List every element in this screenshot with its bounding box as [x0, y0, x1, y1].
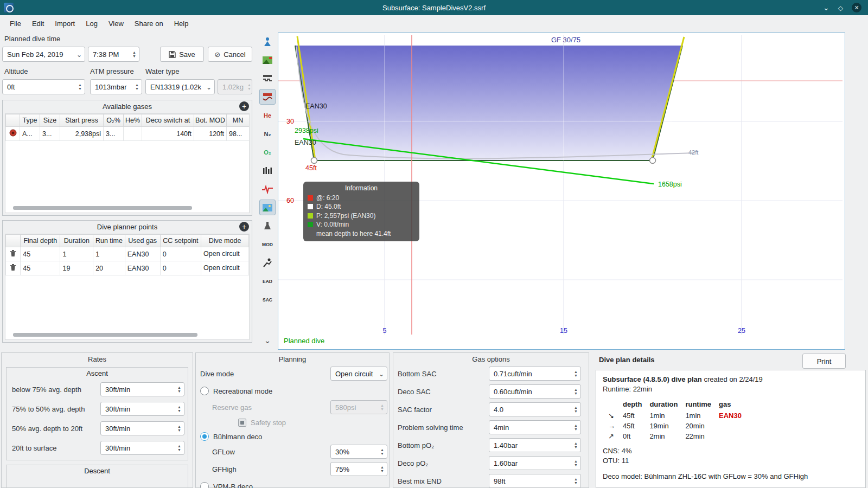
dive-mode-select[interactable]: Open circuit: [330, 367, 387, 381]
menu-file[interactable]: File: [4, 17, 27, 30]
dive-point-handle[interactable]: [650, 158, 656, 164]
tissues-icon[interactable]: [259, 163, 276, 178]
point-setpoint-cell[interactable]: 0: [160, 247, 201, 261]
menu-view[interactable]: View: [103, 17, 129, 30]
ascent-rate-1-spinner[interactable]: 30ft/min: [100, 382, 184, 396]
menu-log[interactable]: Log: [80, 17, 103, 30]
dive-profile-chart[interactable]: GF 30/75 EAN30 2938psi EAN30 45ft 1658ps…: [278, 33, 845, 350]
sac-factor-spinner[interactable]: 4.0: [489, 402, 581, 416]
ascent-rate-4-spinner[interactable]: 30ft/min: [100, 441, 184, 455]
save-button[interactable]: Save: [160, 47, 204, 62]
point-runtime-cell[interactable]: 1: [93, 247, 125, 261]
add-gas-button[interactable]: [239, 101, 249, 111]
turn-icon[interactable]: [259, 255, 276, 271]
point-depth-cell[interactable]: 45: [21, 261, 60, 275]
deco-sac-spinner[interactable]: 0.60cuft/min: [489, 384, 581, 399]
menu-help[interactable]: Help: [169, 17, 194, 30]
point-gas-cell[interactable]: EAN30: [125, 261, 160, 275]
titlebar[interactable]: Subsurface: SampleDivesV2.ssrf: [0, 0, 868, 15]
vpmb-deco-radio[interactable]: [200, 482, 209, 488]
gas-start-press-cell[interactable]: 2,938psi: [60, 127, 104, 141]
photos-icon[interactable]: [259, 52, 276, 68]
gflow-spinner[interactable]: 30%: [330, 445, 387, 459]
spinner-arrows-icon[interactable]: [74, 83, 82, 91]
chart-info-tooltip[interactable]: Information @: 6:20 D: 45.0ft P: 2,557ps…: [303, 182, 419, 241]
menu-import[interactable]: Import: [49, 17, 80, 30]
gas-o2-cell[interactable]: 3...: [104, 127, 124, 141]
cylinder-use-icon[interactable]: [9, 129, 17, 137]
trash-icon[interactable]: [10, 249, 16, 257]
deco-po2-spinner[interactable]: 1.60bar: [489, 456, 581, 470]
trash-icon[interactable]: [10, 264, 16, 271]
points-horizontal-scrollbar[interactable]: [13, 333, 197, 337]
spinner-arrows-icon[interactable]: [174, 425, 181, 432]
point-mode-cell[interactable]: Open circuit: [201, 247, 249, 261]
bottom-sac-spinner[interactable]: 0.71cuft/min: [489, 367, 581, 381]
window-shade-icon[interactable]: [823, 3, 829, 12]
gases-header-type[interactable]: Type: [20, 114, 40, 127]
recreational-mode-radio[interactable]: [200, 387, 209, 395]
spinner-arrows-icon[interactable]: [570, 459, 578, 467]
spinner-arrows-icon[interactable]: [570, 441, 578, 449]
toolbar-scroll-down-icon[interactable]: ⌄: [259, 332, 276, 348]
cancel-button[interactable]: ⊘ Cancel: [208, 47, 252, 62]
spinner-arrows-icon[interactable]: [376, 448, 384, 455]
add-point-button[interactable]: [239, 222, 249, 232]
water-type-select[interactable]: EN13319 (1.02k: [145, 79, 215, 94]
ceiling-icon[interactable]: [259, 70, 276, 86]
gas-type-cell[interactable]: A...: [20, 127, 40, 141]
points-header-final-depth[interactable]: Final depth: [21, 235, 60, 247]
planner-point-row[interactable]: 45 19 20 EAN30 0 Open circuit: [6, 261, 249, 275]
gases-header-o2[interactable]: O₂%: [104, 114, 124, 127]
spinner-arrows-icon[interactable]: [570, 423, 578, 431]
spinner-arrows-icon[interactable]: [570, 477, 578, 485]
spinner-arrows-icon[interactable]: [174, 386, 181, 393]
point-mode-cell[interactable]: Open circuit: [201, 261, 249, 275]
dive-time-spinner[interactable]: 7:38 PM: [88, 47, 139, 62]
heart-rate-icon[interactable]: [259, 181, 276, 197]
points-header-cc-setpoint[interactable]: CC setpoint: [160, 235, 201, 247]
gas-bot-mod-cell[interactable]: 120ft: [194, 127, 227, 141]
points-header-used-gas[interactable]: Used gas: [125, 235, 160, 247]
gases-horizontal-scrollbar[interactable]: [13, 206, 192, 210]
he-graph-icon[interactable]: He: [259, 107, 276, 123]
best-mix-end-spinner[interactable]: 98ft: [489, 474, 581, 488]
o2-graph-icon[interactable]: O₂: [259, 144, 276, 160]
gases-header-mnd[interactable]: MN: [227, 114, 250, 127]
scale-icon[interactable]: [259, 34, 276, 49]
mod-icon[interactable]: MOD: [259, 236, 276, 252]
menu-edit[interactable]: Edit: [27, 17, 49, 30]
point-runtime-cell[interactable]: 20: [93, 261, 125, 275]
point-duration-cell[interactable]: 1: [60, 247, 93, 261]
planner-point-row[interactable]: 45 1 1 EAN30 0 Open circuit: [6, 247, 249, 261]
spinner-arrows-icon[interactable]: [174, 405, 181, 413]
ascent-rate-3-spinner[interactable]: 30ft/min: [100, 421, 184, 435]
gas-deco-switch-cell[interactable]: 140ft: [142, 127, 194, 141]
dive-point-handle[interactable]: [311, 158, 317, 164]
pictures-icon[interactable]: [259, 200, 276, 215]
spinner-arrows-icon[interactable]: [129, 50, 136, 58]
gas-he-cell[interactable]: [124, 127, 142, 141]
gases-header-size[interactable]: Size: [40, 114, 60, 127]
print-button[interactable]: Print: [802, 354, 846, 369]
ead-icon[interactable]: EAD: [259, 273, 276, 289]
gases-header-deco-switch[interactable]: Deco switch at: [142, 114, 194, 127]
gfhigh-spinner[interactable]: 75%: [330, 462, 387, 476]
window-close-icon[interactable]: [852, 3, 861, 12]
spinner-arrows-icon[interactable]: [570, 388, 578, 395]
n2-graph-icon[interactable]: N₂: [259, 126, 276, 142]
points-header-run-time[interactable]: Run time: [93, 235, 125, 247]
bottom-po2-spinner[interactable]: 1.40bar: [489, 438, 581, 452]
gas-change-icon[interactable]: [259, 218, 276, 234]
ascent-rate-2-spinner[interactable]: 30ft/min: [100, 402, 184, 416]
point-setpoint-cell[interactable]: 0: [160, 261, 201, 275]
buhlmann-deco-radio[interactable]: [200, 432, 209, 441]
point-duration-cell[interactable]: 19: [60, 261, 93, 275]
gases-header-he[interactable]: He%: [124, 114, 142, 127]
spinner-arrows-icon[interactable]: [570, 370, 578, 377]
spinner-arrows-icon[interactable]: [376, 465, 384, 473]
points-header-dive-mode[interactable]: Dive mode: [201, 235, 249, 247]
sac-rate-icon[interactable]: SAC: [259, 292, 276, 307]
point-depth-cell[interactable]: 45: [21, 247, 60, 261]
gas-table-row[interactable]: A... 3... 2,938psi 3... 140ft 120ft 98..…: [6, 127, 250, 141]
